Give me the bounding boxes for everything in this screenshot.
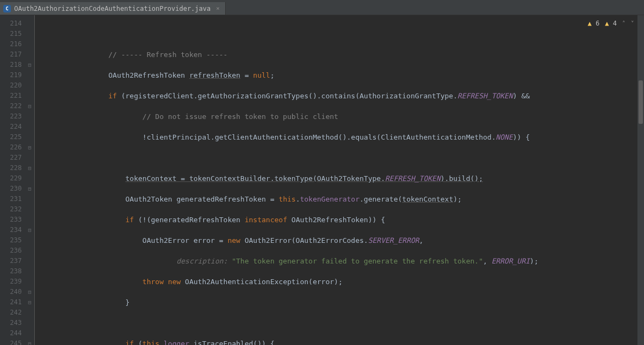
- line-number: 236: [5, 246, 22, 256]
- code-line: [40, 153, 644, 163]
- line-number: 221: [5, 91, 22, 101]
- code-line: OAuth2RefreshToken refreshToken = null;: [40, 70, 644, 80]
- fold-toggle[interactable]: ⊟: [25, 184, 34, 194]
- fold-toggle: [25, 70, 34, 80]
- code-line: // ----- Refresh token -----: [40, 49, 644, 60]
- warning-count-2: 4: [613, 20, 617, 27]
- fold-toggle: [25, 277, 34, 287]
- line-number: 218: [5, 60, 22, 70]
- fold-toggle: [25, 18, 34, 29]
- line-number: 241: [5, 297, 22, 308]
- fold-toggle: [25, 194, 34, 204]
- line-number: 243: [5, 318, 22, 328]
- fold-toggle: [25, 153, 34, 163]
- fold-toggle: [25, 122, 34, 132]
- vertical-scrollbar[interactable]: [637, 15, 644, 345]
- fold-toggle: [25, 29, 34, 39]
- fold-toggle: [25, 246, 34, 256]
- fold-toggle: [25, 266, 34, 277]
- line-number: 239: [5, 277, 22, 287]
- fold-toggle: [25, 235, 34, 246]
- fold-toggle: [25, 308, 34, 318]
- close-icon[interactable]: ×: [216, 5, 220, 12]
- warning-icon: ▲: [588, 20, 592, 27]
- code-line: OAuth2Error error = new OAuth2Error(OAut…: [40, 235, 644, 246]
- fold-toggle: [25, 49, 34, 60]
- code-line: }: [40, 297, 644, 308]
- code-line: if (!(generatedRefreshToken instanceof O…: [40, 215, 644, 225]
- line-number: 220: [5, 80, 22, 91]
- editor-tab[interactable]: C OAuth2AuthorizationCodeAuthenticationP…: [0, 2, 226, 15]
- fold-toggle[interactable]: ⊟: [25, 338, 34, 345]
- java-class-icon: C: [3, 5, 11, 12]
- code-line: [40, 318, 644, 328]
- fold-toggle[interactable]: ⊟: [25, 101, 34, 111]
- fold-toggle[interactable]: ⊟: [25, 297, 34, 308]
- scroll-thumb[interactable]: [639, 80, 643, 124]
- line-number: 222: [5, 101, 22, 111]
- line-number-gutter: 2142152162172182192202212222232242252262…: [0, 15, 25, 345]
- fold-toggle: [25, 39, 34, 49]
- inspection-widget[interactable]: ▲ 6 ▲ 4 ˄ ˅: [588, 18, 634, 29]
- line-number: 242: [5, 308, 22, 318]
- line-number: 237: [5, 256, 22, 266]
- line-number: 229: [5, 173, 22, 184]
- fold-toggle[interactable]: ⊟: [25, 142, 34, 153]
- fold-toggle: [25, 173, 34, 184]
- line-number: 245: [5, 338, 22, 345]
- code-line: tokenContext = tokenContextBuilder.token…: [40, 173, 644, 184]
- fold-column[interactable]: ⊟⊟⊟⊟⊟⊟⊟⊟⊟: [25, 15, 35, 345]
- line-number: 219: [5, 70, 22, 80]
- fold-toggle[interactable]: ⊟: [25, 60, 34, 70]
- fold-toggle: [25, 204, 34, 215]
- line-number: 230: [5, 184, 22, 194]
- weak-warning-icon: ▲: [605, 20, 609, 27]
- code-line: // Do not issue refresh token to public …: [40, 111, 644, 122]
- tab-filename: OAuth2AuthorizationCodeAuthenticationPro…: [14, 5, 210, 12]
- editor-tab-bar: C OAuth2AuthorizationCodeAuthenticationP…: [0, 2, 644, 15]
- line-number: 238: [5, 266, 22, 277]
- fold-toggle: [25, 111, 34, 122]
- code-line: if (this.logger.isTraceEnabled()) {: [40, 338, 644, 345]
- warning-count-1: 6: [596, 20, 599, 27]
- line-number: 225: [5, 132, 22, 142]
- line-number: 215: [5, 29, 22, 39]
- line-number: 231: [5, 194, 22, 204]
- code-line: OAuth2Token generatedRefreshToken = this…: [40, 194, 644, 204]
- line-number: 244: [5, 328, 22, 338]
- line-number: 240: [5, 287, 22, 297]
- line-number: 227: [5, 153, 22, 163]
- code-line: !clientPrincipal.getClientAuthentication…: [40, 132, 644, 142]
- line-number: 235: [5, 235, 22, 246]
- code-line: description: "The token generator failed…: [40, 256, 644, 266]
- line-number: 223: [5, 111, 22, 122]
- line-number: 234: [5, 225, 22, 235]
- editor-area: 2142152162172182192202212222232242252262…: [0, 15, 644, 345]
- line-number: 216: [5, 39, 22, 49]
- chevron-down-icon[interactable]: ˅: [631, 18, 634, 29]
- chevron-up-icon[interactable]: ˄: [622, 18, 626, 29]
- fold-toggle: [25, 80, 34, 91]
- fold-toggle: [25, 132, 34, 142]
- line-number: 233: [5, 215, 22, 225]
- code-editor[interactable]: ▲ 6 ▲ 4 ˄ ˅ // ----- Refresh token -----…: [35, 15, 644, 345]
- code-line: throw new OAuth2AuthenticationException(…: [40, 277, 644, 287]
- fold-toggle: [25, 91, 34, 101]
- line-number: 224: [5, 122, 22, 132]
- code-line: if (registeredClient.getAuthorizationGra…: [40, 91, 644, 101]
- line-number: 226: [5, 142, 22, 153]
- line-number: 214: [5, 18, 22, 29]
- fold-toggle[interactable]: ⊟: [25, 163, 34, 173]
- line-number: 232: [5, 204, 22, 215]
- fold-toggle: [25, 215, 34, 225]
- fold-toggle[interactable]: ⊟: [25, 225, 34, 235]
- line-number: 217: [5, 49, 22, 60]
- fold-toggle: [25, 328, 34, 338]
- fold-toggle: [25, 318, 34, 328]
- fold-toggle: [25, 256, 34, 266]
- line-number: 228: [5, 163, 22, 173]
- fold-toggle[interactable]: ⊟: [25, 287, 34, 297]
